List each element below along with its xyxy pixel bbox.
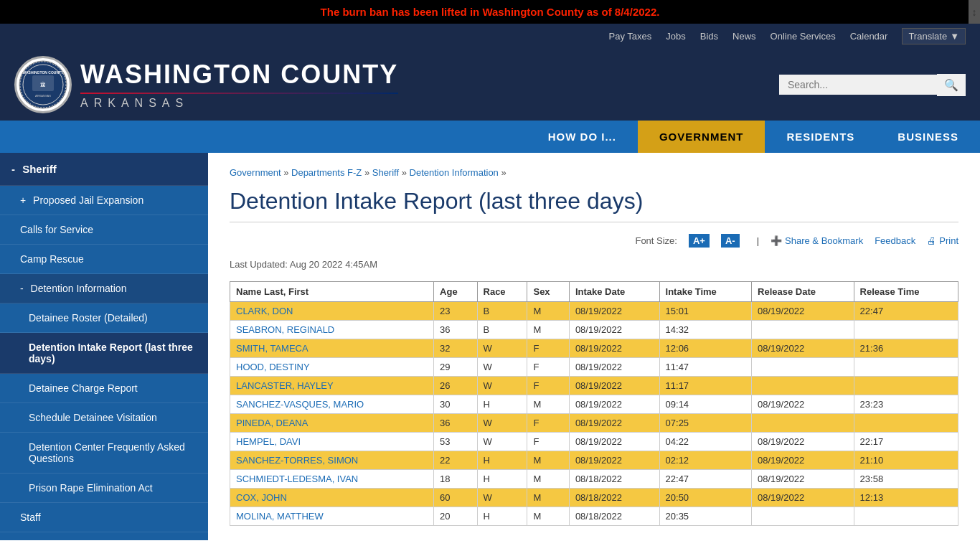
sidebar-item-detention-info[interactable]: - Detention Information [0, 274, 208, 303]
cell-name[interactable]: MOLINA, MATTHEW [230, 507, 434, 526]
sidebar-item-intake-report[interactable]: Detention Intake Report (last three days… [0, 333, 208, 374]
cell-sex: F [527, 433, 569, 451]
cell-name[interactable]: SANCHEZ-VASQUES, MARIO [230, 395, 434, 414]
nav-news[interactable]: News [732, 31, 756, 42]
search-input[interactable] [779, 75, 937, 95]
detainee-link[interactable]: SMITH, TAMECA [236, 343, 308, 354]
cell-sex: F [527, 339, 569, 358]
translate-button[interactable]: Translate ▼ [902, 28, 966, 44]
cell-sex: M [527, 507, 569, 526]
cell-name[interactable]: HEMPEL, DAVI [230, 433, 434, 451]
col-sex: Sex [527, 282, 569, 302]
table-row: MOLINA, MATTHEW 20 H M 08/18/2022 20:35 [230, 507, 958, 526]
detainee-link[interactable]: SANCHEZ-TORRES, SIMON [236, 455, 358, 466]
cell-release-date: 08/19/2022 [752, 470, 854, 489]
cell-release-date [752, 414, 854, 433]
nav-jobs[interactable]: Jobs [666, 31, 685, 42]
detainee-link[interactable]: SANCHEZ-VASQUES, MARIO [236, 399, 364, 410]
sidebar-item-prea[interactable]: Prison Rape Elimination Act [0, 474, 208, 503]
detainee-link[interactable]: COX, JOHN [236, 492, 287, 503]
cell-name[interactable]: SCHMIEDT-LEDESMA, IVAN [230, 470, 434, 489]
detainee-link[interactable]: HEMPEL, DAVI [236, 436, 301, 447]
svg-text:WASHINGTON COUNTY: WASHINGTON COUNTY [23, 70, 65, 75]
cell-intake-time: 14:32 [659, 321, 751, 339]
sidebar-item-charge-report[interactable]: Detainee Charge Report [0, 374, 208, 403]
sidebar-item-schedule-visitation[interactable]: Schedule Detainee Visitation [0, 403, 208, 433]
scrollbar[interactable]: ↕ [969, 0, 980, 24]
cell-race: W [477, 414, 527, 433]
sidebar-item-sheriff[interactable]: - Sheriff [0, 153, 208, 186]
detainee-link[interactable]: CLARK, DON [236, 306, 293, 316]
cell-name[interactable]: LANCASTER, HAYLEY [230, 377, 434, 395]
detainee-link[interactable]: PINEDA, DEANA [236, 418, 308, 428]
cell-intake-date: 08/19/2022 [569, 414, 659, 433]
expand-icon: + [20, 194, 26, 206]
detainee-link[interactable]: HOOD, DESTINY [236, 362, 310, 372]
font-decrease-button[interactable]: A- [721, 234, 740, 248]
nav-how-do-i[interactable]: HOW DO I... [527, 121, 638, 153]
nav-pay-taxes[interactable]: Pay Taxes [609, 31, 652, 42]
cell-release-time: 21:10 [854, 451, 958, 470]
nav-government[interactable]: GOVERNMENT [638, 121, 765, 153]
col-release-date: Release Date [752, 282, 854, 302]
detainee-link[interactable]: LANCASTER, HAYLEY [236, 380, 334, 391]
cell-release-time [854, 321, 958, 339]
sidebar-item-detainee-roster[interactable]: Detainee Roster (Detailed) [0, 303, 208, 333]
font-increase-button[interactable]: A+ [689, 234, 710, 248]
sidebar: - Sheriff + Proposed Jail Expansion Call… [0, 153, 208, 540]
print-button[interactable]: 🖨 Print [927, 235, 958, 246]
table-row: LANCASTER, HAYLEY 26 W F 08/19/2022 11:1… [230, 377, 958, 395]
sidebar-item-faq[interactable]: Detention Center Frequently Asked Questi… [0, 433, 208, 474]
nav-bids[interactable]: Bids [700, 31, 718, 42]
breadcrumb-detention-info[interactable]: Detention Information [410, 167, 499, 178]
sidebar-item-calls-for-service[interactable]: Calls for Service [0, 215, 208, 245]
cell-intake-date: 08/18/2022 [569, 507, 659, 526]
table-row: CLARK, DON 23 B M 08/19/2022 15:01 08/19… [230, 302, 958, 321]
cell-age: 22 [434, 451, 477, 470]
cell-name[interactable]: SMITH, TAMECA [230, 339, 434, 358]
cell-name[interactable]: CLARK, DON [230, 302, 434, 321]
cell-name[interactable]: PINEDA, DEANA [230, 414, 434, 433]
breadcrumb-departments[interactable]: Departments F-Z [291, 167, 362, 178]
col-name: Name Last, First [230, 282, 434, 302]
sidebar-item-camp-rescue[interactable]: Camp Rescue [0, 245, 208, 274]
sidebar-item-jail-expansion[interactable]: + Proposed Jail Expansion [0, 186, 208, 215]
intake-report-table: Name Last, First Age Race Sex Intake Dat… [230, 281, 958, 526]
cell-name[interactable]: HOOD, DESTINY [230, 358, 434, 377]
nav-calendar[interactable]: Calendar [850, 31, 888, 42]
cell-intake-time: 09:14 [659, 395, 751, 414]
table-row: SCHMIEDT-LEDESMA, IVAN 18 H M 08/18/2022… [230, 470, 958, 489]
cell-release-date [752, 358, 854, 377]
cell-sex: M [527, 470, 569, 489]
table-row: PINEDA, DEANA 36 W F 08/19/2022 07:25 [230, 414, 958, 433]
nav-online-services[interactable]: Online Services [771, 31, 836, 42]
nav-residents[interactable]: RESIDENTS [765, 121, 876, 153]
cell-name[interactable]: SANCHEZ-TORRES, SIMON [230, 451, 434, 470]
cell-release-time [854, 414, 958, 433]
cell-name[interactable]: COX, JOHN [230, 489, 434, 507]
feedback-button[interactable]: Feedback [875, 235, 915, 246]
breadcrumb-sheriff[interactable]: Sheriff [372, 167, 399, 178]
detainee-link[interactable]: MOLINA, MATTHEW [236, 511, 324, 522]
sidebar-item-staff[interactable]: Staff [0, 503, 208, 532]
cell-name[interactable]: SEABRON, REGINALD [230, 321, 434, 339]
cell-intake-time: 20:50 [659, 489, 751, 507]
page-title: Detention Intake Report (last three days… [230, 188, 958, 222]
cell-intake-time: 22:47 [659, 470, 751, 489]
cell-intake-time: 07:25 [659, 414, 751, 433]
search-button[interactable]: 🔍 [937, 74, 966, 96]
share-bookmark-button[interactable]: ➕ Share & Bookmark [771, 235, 863, 246]
cell-race: H [477, 451, 527, 470]
detainee-link[interactable]: SCHMIEDT-LEDESMA, IVAN [236, 474, 358, 484]
detainee-link[interactable]: SEABRON, REGINALD [236, 324, 334, 335]
cell-intake-time: 12:06 [659, 339, 751, 358]
nav-business[interactable]: BUSINESS [876, 121, 980, 153]
cell-intake-time: 02:12 [659, 451, 751, 470]
breadcrumb-government[interactable]: Government [230, 167, 281, 178]
table-row: HOOD, DESTINY 29 W F 08/19/2022 11:47 [230, 358, 958, 377]
cell-age: 30 [434, 395, 477, 414]
cell-intake-date: 08/19/2022 [569, 395, 659, 414]
cell-race: H [477, 395, 527, 414]
alert-bar: The burn ban has been lifted in Washingt… [0, 0, 980, 24]
collapse-icon: - [11, 163, 15, 175]
